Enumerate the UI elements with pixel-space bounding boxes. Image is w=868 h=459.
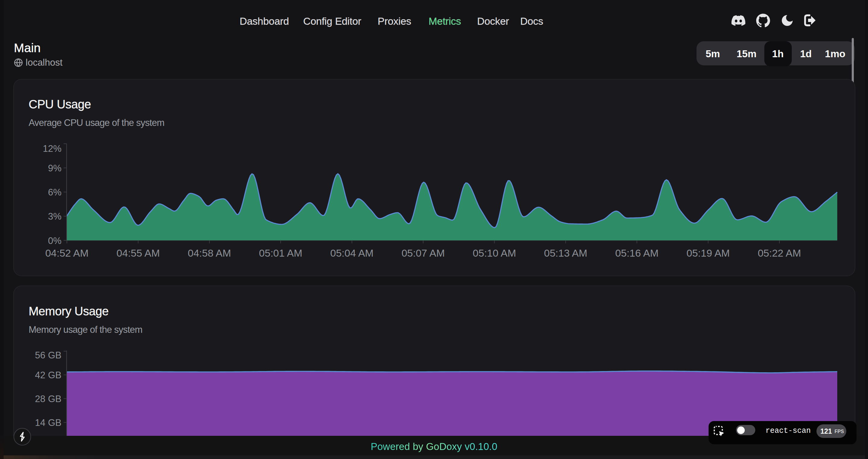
svg-text:04:55 AM: 04:55 AM: [117, 247, 160, 259]
svg-text:56 GB: 56 GB: [35, 350, 61, 361]
svg-text:42 GB: 42 GB: [35, 370, 61, 381]
svg-text:05:16 AM: 05:16 AM: [615, 247, 658, 259]
svg-text:12%: 12%: [43, 143, 61, 154]
svg-text:05:04 AM: 05:04 AM: [330, 247, 374, 259]
svg-text:9%: 9%: [48, 163, 61, 173]
svg-text:04:58 AM: 04:58 AM: [188, 247, 231, 259]
svg-text:05:01 AM: 05:01 AM: [259, 247, 302, 259]
svg-text:6%: 6%: [48, 187, 61, 198]
svg-text:05:07 AM: 05:07 AM: [401, 247, 445, 259]
svg-text:05:13 AM: 05:13 AM: [544, 247, 587, 259]
svg-text:3%: 3%: [48, 211, 61, 222]
svg-text:05:22 AM: 05:22 AM: [758, 247, 801, 259]
svg-text:05:19 AM: 05:19 AM: [687, 247, 730, 259]
svg-text:05:10 AM: 05:10 AM: [473, 247, 516, 259]
svg-text:04:52 AM: 04:52 AM: [45, 247, 89, 259]
svg-text:0%: 0%: [48, 235, 61, 246]
svg-text:14 GB: 14 GB: [35, 418, 61, 428]
svg-text:28 GB: 28 GB: [35, 394, 61, 404]
